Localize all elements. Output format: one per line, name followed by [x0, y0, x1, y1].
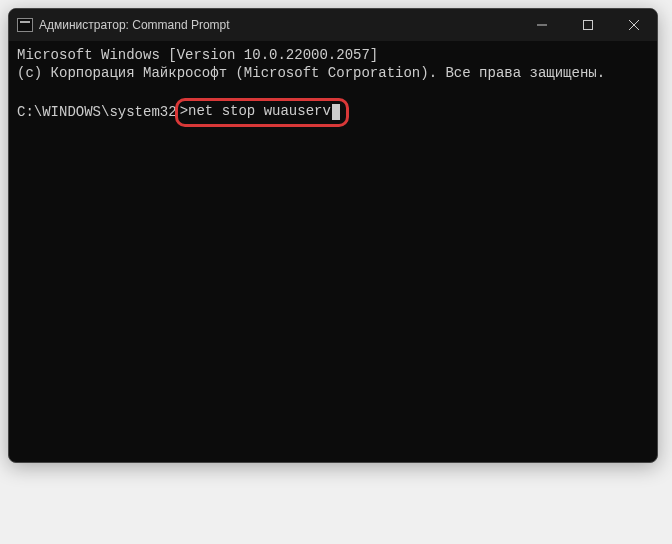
cursor-icon: [332, 104, 340, 120]
terminal-content[interactable]: Microsoft Windows [Version 10.0.22000.20…: [9, 41, 657, 133]
minimize-icon: [537, 20, 547, 30]
window-controls: [519, 9, 657, 41]
prompt-line: C:\WINDOWS\system32>net stop wuauserv: [17, 98, 649, 127]
maximize-icon: [583, 20, 593, 30]
titlebar[interactable]: Администратор: Command Prompt: [9, 9, 657, 41]
close-icon: [629, 20, 639, 30]
copyright-line: (c) Корпорация Майкрософт (Microsoft Cor…: [17, 65, 649, 83]
svg-rect-1: [584, 21, 593, 30]
version-line: Microsoft Windows [Version 10.0.22000.20…: [17, 47, 649, 65]
prompt-symbol: >: [180, 103, 188, 121]
command-highlight: >net stop wuauserv: [175, 98, 349, 127]
minimize-button[interactable]: [519, 9, 565, 41]
command-prompt-window: Администратор: Command Prompt Microsoft …: [8, 8, 658, 463]
close-button[interactable]: [611, 9, 657, 41]
window-title: Администратор: Command Prompt: [39, 18, 230, 32]
cmd-icon: [17, 18, 33, 32]
titlebar-left: Администратор: Command Prompt: [17, 18, 230, 32]
prompt-path: C:\WINDOWS\system32: [17, 104, 177, 122]
maximize-button[interactable]: [565, 9, 611, 41]
command-text: net stop wuauserv: [188, 103, 331, 121]
